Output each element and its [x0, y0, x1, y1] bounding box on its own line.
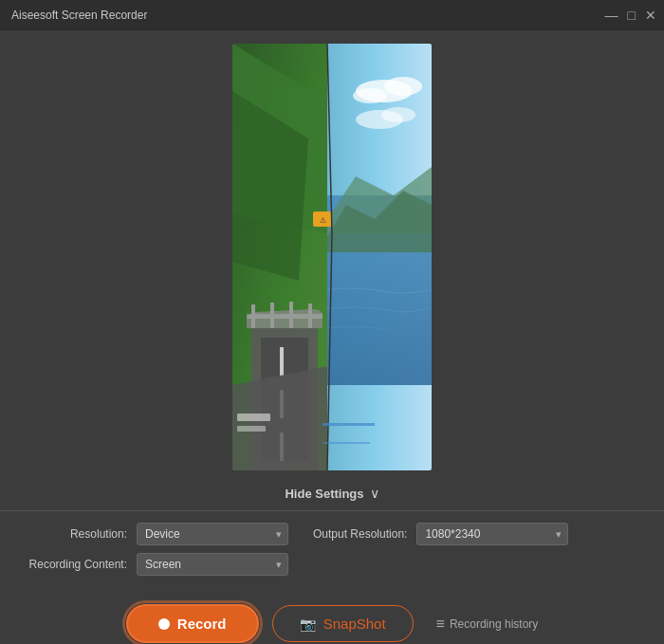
output-resolution-label: Output Resolution: [313, 527, 407, 541]
svg-rect-22 [323, 423, 375, 426]
svg-point-3 [384, 77, 422, 96]
divider [0, 510, 664, 511]
svg-point-4 [353, 88, 387, 103]
resolution-row: Resolution: Device Custom Full Screen Ou… [23, 523, 641, 545]
recording-content-select-wrapper: Screen Window Region [137, 553, 288, 576]
svg-rect-21 [237, 426, 266, 432]
hide-settings-toggle[interactable]: Hide Settings ∨ [0, 478, 664, 510]
svg-rect-23 [323, 442, 370, 444]
svg-text:⚠: ⚠ [320, 216, 326, 225]
preview-image: ⚠ [232, 44, 432, 470]
record-button[interactable]: Record [126, 604, 259, 643]
hide-settings-label: Hide Settings [285, 487, 363, 501]
recording-content-row: Recording Content: Screen Window Region [23, 553, 641, 576]
chevron-down-icon: ∨ [370, 486, 379, 501]
history-label: Recording history [450, 617, 538, 631]
list-icon: ≡ [436, 616, 444, 632]
svg-rect-17 [308, 304, 312, 328]
resolution-select[interactable]: Device Custom Full Screen [137, 523, 288, 545]
window-controls: — □ ✕ [605, 9, 656, 22]
app-title: Aiseesoft Screen Recorder [11, 9, 147, 22]
svg-rect-15 [270, 303, 274, 328]
record-label: Record [177, 616, 227, 632]
settings-panel: Resolution: Device Custom Full Screen Ou… [0, 515, 664, 593]
action-bar: Record 📷 SnapShot ≡ Recording history [0, 593, 664, 644]
resolution-label: Resolution: [23, 527, 127, 541]
output-resolution-select[interactable]: 1080*2340 720*1280 1920*1080 [416, 523, 568, 545]
resolution-select-wrapper: Device Custom Full Screen [137, 523, 288, 545]
preview-area: ⚠ [0, 30, 664, 478]
camera-icon: 📷 [300, 616, 316, 632]
close-button[interactable]: ✕ [645, 9, 656, 22]
recording-content-select[interactable]: Screen Window Region [137, 553, 288, 576]
svg-rect-14 [251, 304, 255, 328]
svg-rect-16 [289, 302, 293, 328]
svg-rect-20 [237, 414, 270, 421]
snapshot-label: SnapShot [323, 616, 386, 632]
preview-container: ⚠ [232, 44, 432, 470]
output-resolution-select-wrapper: 1080*2340 720*1280 1920*1080 [416, 523, 568, 545]
svg-point-6 [381, 107, 415, 122]
record-dot-icon [158, 618, 170, 630]
maximize-button[interactable]: □ [628, 9, 636, 22]
recording-content-label: Recording Content: [23, 558, 127, 571]
svg-rect-10 [280, 347, 284, 376]
title-bar: Aiseesoft Screen Recorder — □ ✕ [0, 0, 664, 30]
snapshot-button[interactable]: 📷 SnapShot [272, 605, 414, 642]
recording-history-button[interactable]: ≡ Recording history [436, 616, 539, 632]
minimize-button[interactable]: — [605, 9, 618, 22]
